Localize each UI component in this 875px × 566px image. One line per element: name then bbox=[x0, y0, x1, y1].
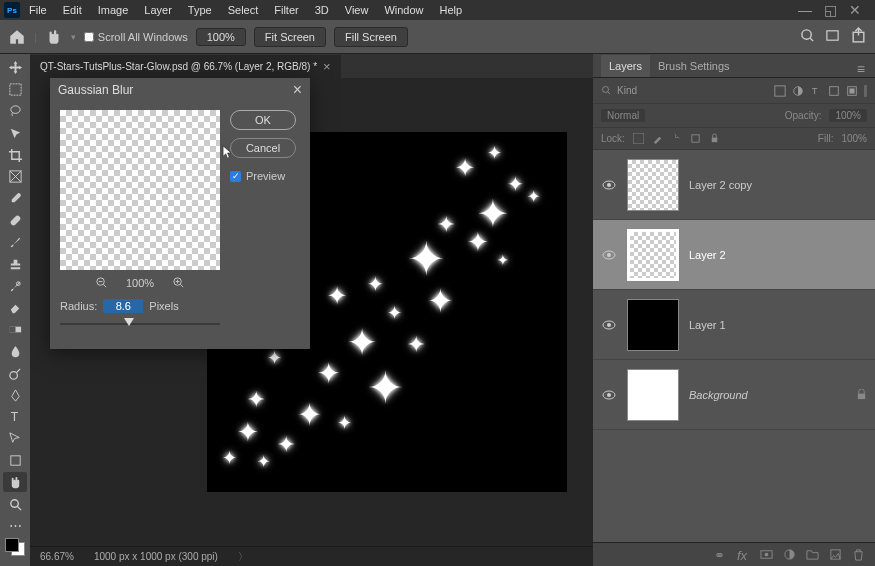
type-tool[interactable]: T bbox=[3, 407, 27, 427]
preview-checkbox[interactable]: ✓ Preview bbox=[230, 170, 296, 182]
menu-3d[interactable]: 3D bbox=[308, 2, 336, 18]
hand-tool-icon[interactable] bbox=[45, 28, 63, 46]
quick-select-tool[interactable] bbox=[3, 123, 27, 143]
group-icon[interactable] bbox=[806, 548, 819, 561]
lasso-tool[interactable] bbox=[3, 102, 27, 122]
preview-area[interactable] bbox=[60, 110, 220, 270]
visibility-icon[interactable] bbox=[601, 317, 617, 333]
tab-close-icon[interactable]: × bbox=[323, 59, 331, 74]
menu-type[interactable]: Type bbox=[181, 2, 219, 18]
filter-type-icon[interactable]: T bbox=[810, 85, 822, 97]
history-brush-tool[interactable] bbox=[3, 276, 27, 296]
adjustment-icon[interactable] bbox=[783, 548, 796, 561]
layer-thumb[interactable] bbox=[627, 159, 679, 211]
minimize-icon[interactable]: — bbox=[798, 2, 812, 18]
layer-row[interactable]: Layer 2 copy bbox=[593, 150, 875, 220]
layer-row[interactable]: Layer 2 bbox=[593, 220, 875, 290]
fill-screen-button[interactable]: Fill Screen bbox=[334, 27, 408, 47]
filter-pixel-icon[interactable] bbox=[774, 85, 786, 97]
blend-mode-select[interactable]: Normal bbox=[601, 109, 645, 122]
eraser-tool[interactable] bbox=[3, 298, 27, 318]
opacity-field[interactable]: 100% bbox=[829, 109, 867, 122]
new-layer-icon[interactable] bbox=[829, 548, 842, 561]
frame-tool[interactable] bbox=[3, 167, 27, 187]
fit-screen-button[interactable]: Fit Screen bbox=[254, 27, 326, 47]
crop-tool[interactable] bbox=[3, 145, 27, 165]
edit-toolbar[interactable]: ⋯ bbox=[3, 516, 27, 536]
healing-tool[interactable] bbox=[3, 211, 27, 231]
menu-file[interactable]: File bbox=[22, 2, 54, 18]
layer-name[interactable]: Background bbox=[689, 389, 748, 401]
screen-mode-icon[interactable] bbox=[825, 28, 840, 45]
status-doc-info[interactable]: 1000 px x 1000 px (300 ppi) bbox=[94, 551, 218, 562]
status-chevron-icon[interactable]: 〉 bbox=[238, 550, 248, 564]
visibility-icon[interactable] bbox=[601, 247, 617, 263]
gradient-tool[interactable] bbox=[3, 320, 27, 340]
lock-pos-icon[interactable] bbox=[671, 133, 682, 144]
panel-menu-icon[interactable]: ≡ bbox=[857, 61, 867, 77]
layer-name[interactable]: Layer 2 copy bbox=[689, 179, 752, 191]
marquee-tool[interactable] bbox=[3, 80, 27, 100]
layer-thumb[interactable] bbox=[627, 229, 679, 281]
menu-window[interactable]: Window bbox=[377, 2, 430, 18]
zoom-out-icon[interactable] bbox=[95, 276, 108, 289]
menu-view[interactable]: View bbox=[338, 2, 376, 18]
shape-tool[interactable] bbox=[3, 451, 27, 471]
filter-kind-label[interactable]: Kind bbox=[617, 85, 637, 96]
stamp-tool[interactable] bbox=[3, 254, 27, 274]
dialog-titlebar[interactable]: Gaussian Blur × bbox=[50, 78, 310, 102]
tab-layers[interactable]: Layers bbox=[601, 55, 650, 77]
dialog-close-icon[interactable]: × bbox=[293, 81, 302, 99]
link-layers-icon[interactable]: ⚭ bbox=[714, 548, 727, 561]
layer-thumb[interactable] bbox=[627, 369, 679, 421]
tab-brush-settings[interactable]: Brush Settings bbox=[650, 55, 738, 77]
layer-name[interactable]: Layer 2 bbox=[689, 249, 726, 261]
maximize-icon[interactable]: ◱ bbox=[824, 2, 837, 18]
home-icon[interactable] bbox=[8, 28, 26, 46]
lock-pixel-icon[interactable] bbox=[652, 133, 663, 144]
trash-icon[interactable] bbox=[852, 548, 865, 561]
status-zoom[interactable]: 66.67% bbox=[40, 551, 74, 562]
pen-tool[interactable] bbox=[3, 385, 27, 405]
dodge-tool[interactable] bbox=[3, 363, 27, 383]
menu-select[interactable]: Select bbox=[221, 2, 266, 18]
scroll-all-checkbox[interactable]: Scroll All Windows bbox=[84, 31, 188, 43]
close-icon[interactable]: ✕ bbox=[849, 2, 861, 18]
lock-artboard-icon[interactable] bbox=[690, 133, 701, 144]
zoom-field[interactable]: 100% bbox=[196, 28, 246, 46]
filter-smart-icon[interactable] bbox=[846, 85, 858, 97]
hand-tool[interactable] bbox=[3, 472, 27, 492]
path-tool[interactable] bbox=[3, 429, 27, 449]
layer-name[interactable]: Layer 1 bbox=[689, 319, 726, 331]
filter-shape-icon[interactable] bbox=[828, 85, 840, 97]
color-swatch[interactable] bbox=[5, 538, 25, 556]
zoom-in-icon[interactable] bbox=[172, 276, 185, 289]
search-icon[interactable] bbox=[800, 28, 815, 45]
visibility-icon[interactable] bbox=[601, 387, 617, 403]
menu-layer[interactable]: Layer bbox=[137, 2, 179, 18]
zoom-tool[interactable] bbox=[3, 494, 27, 514]
cancel-button[interactable]: Cancel bbox=[230, 138, 296, 158]
lock-trans-icon[interactable] bbox=[633, 133, 644, 144]
eyedropper-tool[interactable] bbox=[3, 189, 27, 209]
lock-all-icon[interactable] bbox=[709, 133, 720, 144]
menu-help[interactable]: Help bbox=[433, 2, 470, 18]
menu-edit[interactable]: Edit bbox=[56, 2, 89, 18]
move-tool[interactable] bbox=[3, 58, 27, 78]
menu-image[interactable]: Image bbox=[91, 2, 136, 18]
fill-field[interactable]: 100% bbox=[841, 133, 867, 144]
filter-toggle[interactable] bbox=[864, 85, 867, 97]
layer-thumb[interactable] bbox=[627, 299, 679, 351]
blur-tool[interactable] bbox=[3, 342, 27, 362]
fx-icon[interactable]: fx bbox=[737, 548, 750, 561]
ok-button[interactable]: OK bbox=[230, 110, 296, 130]
filter-adjust-icon[interactable] bbox=[792, 85, 804, 97]
brush-tool[interactable] bbox=[3, 233, 27, 253]
layer-row[interactable]: Background bbox=[593, 360, 875, 430]
visibility-icon[interactable] bbox=[601, 177, 617, 193]
mask-icon[interactable] bbox=[760, 548, 773, 561]
radius-input[interactable] bbox=[103, 299, 143, 313]
dropdown-icon[interactable]: ▾ bbox=[71, 32, 76, 42]
document-tab[interactable]: QT-Stars-TutsPlus-Star-Glow.psd @ 66.7% … bbox=[30, 55, 341, 78]
layer-row[interactable]: Layer 1 bbox=[593, 290, 875, 360]
